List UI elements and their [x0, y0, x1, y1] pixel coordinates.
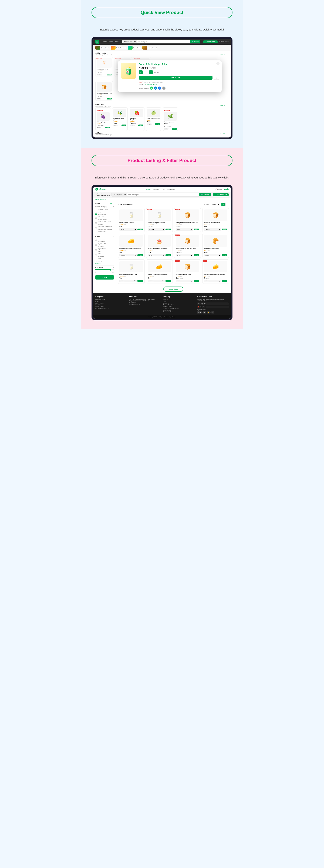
all-fruits-view-all[interactable]: View All ← → — [220, 133, 229, 135]
checkbox-extra[interactable] — [95, 253, 97, 254]
size-dropdown-11[interactable]: 1 Pack ▾ — [204, 280, 221, 282]
checkbox-harris[interactable] — [95, 255, 97, 257]
listing-product-4[interactable]: 🧀 Rich Creamy Cheddar Cheese Slices ★★★★… — [118, 234, 145, 258]
category-tab-farm[interactable]: Farm Market — [95, 46, 109, 50]
egrocer-login[interactable]: Login — [225, 188, 229, 190]
listing-product-0[interactable]: 🥛 Fresh Organic Farm Milk ★★★★☆ (0.0) ₹8… — [118, 208, 145, 232]
add-listing-btn-1[interactable]: + Add — [166, 228, 171, 230]
add-listing-btn-8[interactable]: + Add — [138, 280, 143, 282]
category-tab-fresh[interactable]: Fresh Finds — [128, 46, 141, 50]
sort-select[interactable]: Default — [210, 203, 220, 206]
footer-company-contact[interactable]: Contact Us — [163, 303, 195, 304]
checkbox-dove[interactable] — [95, 250, 97, 252]
login-link[interactable]: Login — [225, 41, 229, 42]
checkbox-dairy[interactable] — [95, 214, 97, 215]
size-dropdown-0[interactable]: 300 ML ▾ — [119, 228, 137, 231]
footer-store-phone[interactable]: 8163554724 — [129, 302, 161, 303]
apply-filter-btn[interactable]: Apply — [95, 275, 114, 280]
checkbox-grains[interactable] — [95, 226, 97, 227]
listing-product-8[interactable]: 🥛 Almond-Based Non-Dairy Milk ★★★★☆ (0.0… — [118, 259, 145, 284]
egrocer-nav-home[interactable]: Home — [146, 188, 151, 190]
checkbox-veg-oils[interactable] — [95, 243, 97, 245]
search-nav-button[interactable]: 🔍 Search — [190, 40, 201, 43]
checkbox-fresh-water[interactable] — [95, 245, 97, 247]
nav-link-home[interactable]: Home — [103, 41, 107, 42]
view-all-btn[interactable]: View All ← → — [220, 53, 229, 55]
fruit-card-4[interactable]: 20% OFF 🌿 Fresh Sugarcane Sticks ★★★★☆ ₹… — [163, 107, 178, 131]
size-dropdown-9[interactable]: 500 GM ▾ — [148, 280, 165, 282]
add-listing-btn-10[interactable]: + Add — [194, 280, 199, 282]
footer-cat-fruits[interactable]: Fruits — [95, 301, 127, 302]
egrocer-nav-contact[interactable]: Contact Us — [168, 188, 175, 190]
add-listing-btn-2[interactable]: + Add — [194, 228, 199, 230]
fruits-view-all[interactable]: View All ← → — [220, 104, 229, 106]
qty-plus-btn[interactable]: + — [149, 70, 153, 74]
search-main-btn[interactable]: 🔍 Search — [199, 193, 211, 196]
slider-track[interactable] — [95, 269, 114, 270]
list-view-toggle[interactable]: ☰ — [226, 203, 229, 206]
size-dropdown-8[interactable]: 500 ML ▾ — [119, 280, 137, 282]
footer-cat-snacks[interactable]: Snacks Corner — [95, 306, 127, 307]
listing-product-3[interactable]: 🍞 Multigrain Fiber-Rich Bread ★★★★☆ (0.0… — [202, 208, 229, 232]
footer-company-cancellation[interactable]: Cancellation Policy — [163, 311, 195, 312]
add-fruit-btn-3[interactable]: + Add — [155, 123, 160, 125]
category-select[interactable]: All categories — [122, 40, 137, 43]
size-dropdown-7[interactable]: 1 Pack ▾ — [204, 254, 221, 256]
fruit-card-2[interactable]: 🍓 Handpicked Raspberries ★★★★☆ ₹22 ₹27.6… — [129, 107, 144, 131]
checkbox-fresh-bakery[interactable] — [95, 241, 97, 242]
add-listing-btn-3[interactable]: + Add — [222, 228, 227, 230]
checkbox-choc[interactable] — [95, 228, 97, 230]
wishlist-btn[interactable]: ♡ — [214, 76, 219, 77]
fruit-card-1[interactable]: 🫒 Indian Gooseberry (Amla) ★★★★☆ ₹17.6 1… — [112, 107, 128, 131]
listing-product-1[interactable]: 13% OFF 🥛 Natural: Creamy Greek Yogurt ★… — [146, 208, 173, 232]
footer-company-faqs[interactable]: FAQs — [163, 301, 195, 302]
size-dropdown-5[interactable]: 1 Pack ▾ — [148, 254, 165, 256]
grid-view-toggle[interactable]: ⊞ — [222, 203, 225, 206]
checkbox-kroger[interactable] — [95, 258, 97, 259]
listing-product-2[interactable]: 17% OFF 🍞 Buttery Soft Whole Wheat Bread… — [174, 208, 201, 232]
add-listing-btn-6[interactable]: + Add — [194, 254, 199, 256]
price-toggle[interactable]: ∧ — [113, 267, 114, 268]
checkbox-personal[interactable] — [95, 231, 97, 232]
add-listing-btn-0[interactable]: + Add — [138, 228, 143, 230]
show-more-brands[interactable]: Show More — [95, 262, 114, 264]
footer-company-about[interactable]: About Us — [163, 299, 195, 300]
listing-product-7[interactable]: 🥐 Golden Butter Croissants ★★★★☆ (0.0) ₹… — [202, 234, 229, 258]
clear-all-btn[interactable]: Clear All — [109, 203, 114, 205]
phone-btn[interactable]: 📞 916355104724 — [203, 40, 217, 43]
app-store-badge[interactable]: 🍎 App Store — [197, 306, 229, 308]
category-tab-daily[interactable]: Daily Groceries — [111, 46, 126, 50]
add-fruit-btn-2[interactable]: + Add — [138, 125, 143, 126]
search-nav-input[interactable] — [137, 40, 190, 43]
checkbox-veg[interactable] — [95, 223, 97, 225]
footer-cat-dryfruits[interactable]: Dry Fruits, Nuts & Seeds — [95, 308, 127, 309]
fruit-card-3[interactable]: 🍈 Fresh Tropical Guava ★★★★☆ ₹9.8 ₹5 1 K… — [146, 107, 161, 131]
checkbox-fresh-harvest[interactable] — [95, 238, 97, 240]
checkbox-beverages[interactable] — [95, 209, 97, 210]
size-dropdown-2[interactable]: 1 Pack ▾ — [176, 228, 193, 231]
fruit-card-0[interactable]: 20% OFF 🍇 Mulberry Magic ★★★★☆ ₹13.2 ₹16… — [95, 107, 111, 131]
qty-minus-btn[interactable]: − — [139, 70, 143, 74]
add-fruit-btn-0[interactable]: + Add — [105, 127, 110, 128]
size-dropdown-10[interactable]: 6 PC ▾ — [176, 280, 193, 282]
egrocer-nav-faqs[interactable]: FAQ's — [161, 188, 165, 190]
cat-dropdown[interactable]: All categories — [112, 193, 127, 196]
add-listing-btn-4[interactable]: + Add — [138, 254, 143, 256]
product-card-0[interactable]: 11% OFF 🍹 Pomegranate Juice ★★★★☆ (25) ₹… — [95, 57, 113, 77]
footer-company-returns[interactable]: Returns & Exchanges Policy — [163, 308, 195, 309]
checkbox-organic-spices[interactable] — [95, 248, 97, 250]
size-dropdown-6[interactable]: 1 Pack ▾ — [176, 254, 193, 256]
nav-link-about[interactable]: About — [109, 41, 113, 42]
listing-product-11[interactable]: 7% OFF 🧀 Soft Fresh Cottage Cheese (Pane… — [202, 259, 229, 284]
size-dropdown-3[interactable]: 1 Pack ▾ — [204, 228, 221, 231]
checkbox-dryfruits[interactable] — [95, 221, 97, 223]
listing-product-9[interactable]: 🧀 Stretchy Mozzarella Cheese Block ★★★★☆… — [146, 259, 173, 284]
size-dropdown-1[interactable]: 250 GM ▾ — [148, 228, 165, 231]
footer-cat-dairy[interactable]: Dairy & Bakery — [95, 303, 127, 304]
egrocer-nav-about[interactable]: About us — [153, 188, 159, 190]
footer-company-terms[interactable]: Terms & Conditions — [163, 304, 195, 305]
category-tab-harvest[interactable]: Local Harvest — [142, 46, 156, 50]
checkbox-oats[interactable] — [95, 216, 97, 218]
checkbox-fruits[interactable] — [95, 211, 97, 213]
add-btn-0[interactable]: + Add — [107, 74, 112, 75]
